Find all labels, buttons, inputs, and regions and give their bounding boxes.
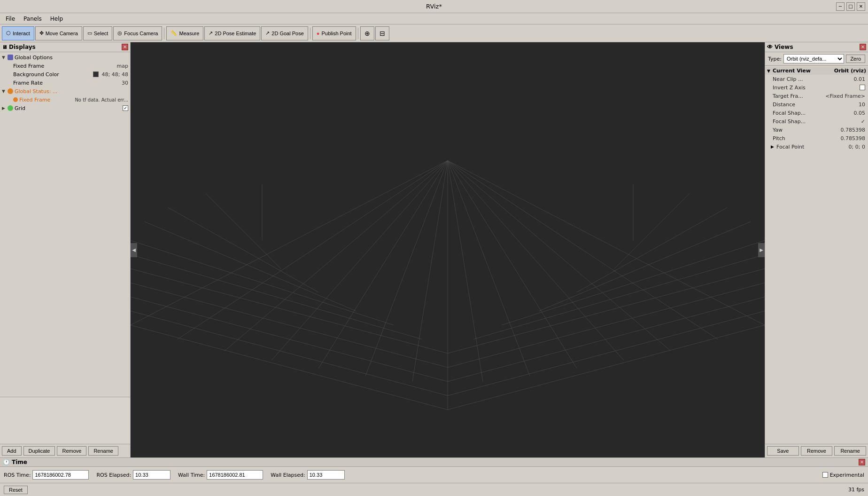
pose-icon: ↗ (209, 30, 213, 36)
grid-row[interactable]: ▶ Grid ✓ (0, 104, 130, 112)
3d-viewport[interactable]: ◀ ▶ (131, 42, 765, 457)
frame-rate-label: Frame Rate (13, 80, 120, 86)
time-close-button[interactable]: ✕ (859, 459, 865, 465)
views-zero-button[interactable]: Zero (846, 55, 865, 63)
rename-display-button[interactable]: Rename (88, 446, 118, 456)
rename-view-button[interactable]: Rename (834, 446, 866, 456)
window-controls: − □ ✕ (836, 2, 865, 11)
target-frame-row[interactable]: Target Fra... <Fixed Frame> (765, 92, 868, 100)
close-button[interactable]: ✕ (857, 2, 865, 11)
collapse-left-button[interactable]: ◀ (131, 243, 137, 257)
ros-time-input[interactable] (32, 470, 89, 480)
pitch-value: 0.785398 (841, 135, 866, 142)
wall-time-input[interactable] (207, 470, 263, 480)
views-icon: 👁 (767, 44, 773, 50)
fixed-frame-row[interactable]: Fixed Frame map (0, 62, 130, 70)
focal-point-value: 0; 0; 0 (849, 144, 865, 150)
extra-minus-button[interactable]: ⊟ (375, 26, 389, 40)
menu-help[interactable]: Help (46, 15, 67, 23)
experimental-row: Experimental (822, 472, 864, 478)
displays-close-button[interactable]: ✕ (122, 44, 128, 50)
fixed-frame-error-value: No tf data. Actual err... (75, 97, 128, 102)
grid-checkbox[interactable]: ✓ (123, 105, 128, 111)
ros-time-field: ROS Time: (4, 470, 89, 480)
time-panel-header: 🕐 Time ✕ (0, 458, 868, 467)
near-clip-key: Near Clip ... (773, 76, 854, 82)
displays-action-buttons: Add Duplicate Remove Rename (0, 444, 130, 457)
menu-panels[interactable]: Panels (20, 15, 46, 23)
invert-z-checkbox[interactable] (860, 85, 865, 90)
target-frame-key: Target Fra... (773, 93, 825, 99)
point-icon: ● (317, 31, 320, 36)
select-button[interactable]: ▭ Select (83, 26, 113, 40)
wall-elapsed-input[interactable] (307, 470, 345, 480)
wall-time-field: Wall Time: (178, 470, 263, 480)
near-clip-row[interactable]: Near Clip ... 0.01 (765, 75, 868, 83)
publish-point-button[interactable]: ● Publish Point (312, 26, 356, 40)
background-color-row[interactable]: Background Color 48; 48; 48 (0, 70, 130, 79)
remove-view-button[interactable]: Remove (801, 446, 833, 456)
frame-rate-row[interactable]: Frame Rate 30 (0, 79, 130, 87)
move-camera-button[interactable]: ✥ Move Camera (35, 26, 82, 40)
title-bar: RViz* − □ ✕ (0, 0, 868, 13)
displays-tree: ▼ Global Options Fixed Frame map Backgro… (0, 52, 130, 397)
experimental-checkbox[interactable] (822, 472, 828, 478)
focus-camera-button[interactable]: ◎ Focus Camera (113, 26, 162, 40)
yaw-row[interactable]: Yaw 0.785398 (765, 126, 868, 134)
remove-display-button[interactable]: Remove (57, 446, 86, 456)
views-type-dropdown[interactable]: Orbit (rviz_defa... (783, 54, 844, 63)
fixed-frame-error-row[interactable]: Fixed Frame No tf data. Actual err... (0, 95, 130, 104)
collapse-right-button[interactable]: ▶ (758, 243, 765, 257)
interact-button[interactable]: ⬡ Interact (2, 26, 34, 40)
distance-row[interactable]: Distance 10 (765, 100, 868, 109)
reset-button[interactable]: Reset (4, 486, 28, 494)
wall-elapsed-label: Wall Elapsed: (271, 472, 305, 478)
fixed-frame-warn-icon (13, 97, 18, 102)
select-icon: ▭ (87, 30, 92, 36)
extra-plus-button[interactable]: ⊕ (360, 26, 374, 40)
focal-shape-2-row[interactable]: Focal Shap... ✓ (765, 117, 868, 126)
pitch-row[interactable]: Pitch 0.785398 (765, 134, 868, 142)
global-options-expand-icon: ▼ (2, 55, 8, 60)
current-view-expand-icon: ▼ (767, 69, 773, 73)
global-status-row[interactable]: ▼ Global Status: ... (0, 87, 130, 95)
near-clip-value: 0.01 (854, 76, 866, 82)
time-title: 🕐 Time (3, 459, 27, 465)
2d-goal-button[interactable]: ↗ 2D Goal Pose (261, 26, 308, 40)
pitch-key: Pitch (773, 135, 841, 142)
focal-point-row[interactable]: ▶ Focal Point 0; 0; 0 (765, 142, 868, 151)
save-view-button[interactable]: Save (767, 446, 799, 456)
current-view-header[interactable]: ▼ Current View Orbit (rviz) (765, 67, 868, 75)
maximize-button[interactable]: □ (846, 2, 855, 11)
menu-file[interactable]: File (2, 15, 19, 23)
invert-z-row[interactable]: Invert Z Axis (765, 83, 868, 92)
measure-button[interactable]: 📏 Measure (166, 26, 203, 40)
duplicate-display-button[interactable]: Duplicate (23, 446, 55, 456)
views-close-button[interactable]: ✕ (860, 44, 866, 50)
global-options-icon (8, 55, 13, 60)
time-content: ROS Time: ROS Elapsed: Wall Time: Wall E… (0, 467, 868, 483)
background-color-label: Background Color (13, 71, 93, 78)
wall-elapsed-field: Wall Elapsed: (271, 470, 344, 480)
fixed-frame-label: Fixed Frame (13, 63, 115, 69)
time-panel: 🕐 Time ✕ ROS Time: ROS Elapsed: Wall Tim… (0, 457, 868, 483)
global-status-icon (8, 88, 13, 94)
displays-panel: 🖥 Displays ✕ ▼ Global Options Fixed Fram… (0, 42, 131, 457)
minimize-button[interactable]: − (836, 2, 845, 11)
fixed-frame-error-label: Fixed Frame (19, 97, 73, 103)
menu-bar: File Panels Help (0, 13, 868, 24)
add-display-button[interactable]: Add (2, 446, 22, 456)
ros-elapsed-input[interactable] (133, 470, 170, 480)
fps-display: 31 fps (848, 487, 864, 493)
experimental-label: Experimental (830, 472, 864, 478)
focus-icon: ◎ (117, 30, 122, 36)
yaw-value: 0.785398 (841, 127, 866, 133)
toolbar-separator-1 (164, 28, 164, 39)
distance-key: Distance (773, 102, 859, 108)
global-options-row[interactable]: ▼ Global Options (0, 53, 130, 62)
ros-time-label: ROS Time: (4, 472, 31, 478)
2d-pose-button[interactable]: ↗ 2D Pose Estimate (204, 26, 260, 40)
distance-value: 10 (859, 102, 865, 108)
background-color-swatch (93, 71, 99, 77)
focal-shape-1-row[interactable]: Focal Shap... 0.05 (765, 109, 868, 117)
